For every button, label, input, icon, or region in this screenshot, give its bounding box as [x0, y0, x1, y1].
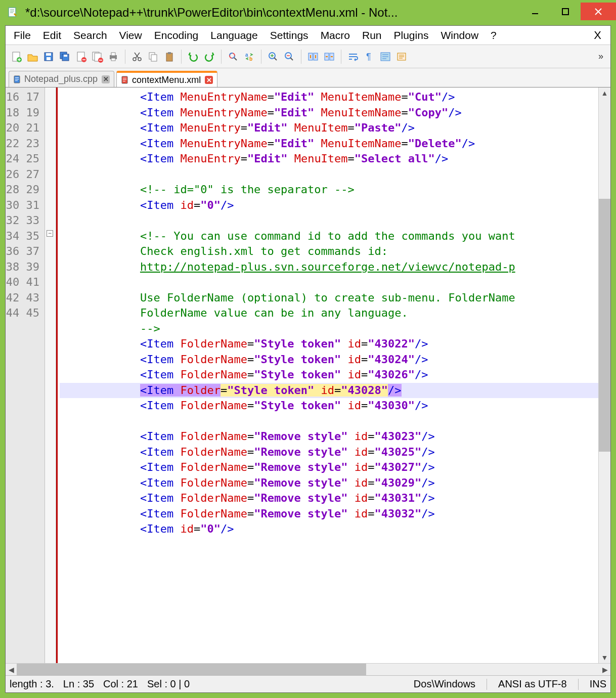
svg-text:¶: ¶ [366, 52, 371, 62]
vertical-scrollbar[interactable]: ▲ ▼ [598, 88, 610, 663]
menu-search[interactable]: Search [67, 27, 113, 43]
file-icon [13, 75, 21, 83]
minimize-button[interactable] [520, 3, 550, 20]
status-eol: Dos\Windows [414, 678, 475, 690]
toolbar-indent-icon[interactable] [394, 49, 409, 64]
tab-notepad_plus-cpp[interactable]: Notepad_plus.cpp✕ [9, 71, 114, 87]
tab-label: Notepad_plus.cpp [24, 74, 98, 84]
svg-rect-45 [123, 78, 126, 78]
toolbar-zoom-in-icon[interactable] [266, 49, 281, 64]
tab-contextmenu-xml[interactable]: contextMenu.xml✕ [116, 71, 217, 87]
toolbar-separator [301, 50, 301, 64]
document-close-button[interactable]: X [587, 27, 608, 44]
status-sel: Sel : 0 | 0 [147, 678, 190, 690]
toolbar-new-icon[interactable] [9, 49, 24, 64]
svg-rect-20 [111, 58, 115, 61]
toolbar-save-icon[interactable] [41, 49, 56, 64]
scroll-down-icon[interactable]: ▼ [599, 652, 610, 663]
svg-rect-42 [15, 79, 19, 79]
toolbar-zoom-out-icon[interactable] [282, 49, 297, 64]
toolbar-separator [261, 50, 261, 64]
code-area[interactable]: <Item MenuEntryName="Edit" MenuItemName=… [58, 88, 598, 663]
svg-rect-2 [562, 9, 568, 15]
window-title: *d:\source\Notepad++\trunk\PowerEditor\b… [20, 6, 520, 20]
line-number-gutter[interactable]: 16 17 18 19 20 21 22 23 24 25 26 27 28 2… [6, 88, 45, 663]
toolbar-separator [341, 50, 341, 64]
svg-rect-43 [15, 80, 18, 81]
menu-view[interactable]: View [113, 27, 148, 43]
fold-collapse-icon[interactable]: − [47, 230, 53, 237]
menu-language[interactable]: Language [204, 27, 263, 43]
toolbar-sync-v-icon[interactable] [305, 49, 321, 64]
toolbar-overflow-icon[interactable]: » [594, 51, 607, 62]
file-icon [121, 76, 129, 84]
svg-rect-9 [47, 57, 51, 60]
svg-rect-12 [64, 55, 67, 57]
toolbar-replace-icon[interactable]: ab [242, 49, 257, 64]
toolbar-paste-icon[interactable] [162, 49, 177, 64]
app-window: *d:\source\Notepad++\trunk\PowerEditor\b… [0, 0, 616, 698]
toolbar-undo-icon[interactable] [186, 49, 201, 64]
toolbar-shownl-icon[interactable]: ¶ [362, 49, 377, 64]
menu-?[interactable]: ? [485, 27, 503, 43]
svg-rect-8 [46, 53, 51, 56]
tabbar: Notepad_plus.cpp✕contextMenu.xml✕ [6, 68, 610, 88]
editor[interactable]: 16 17 18 19 20 21 22 23 24 25 26 27 28 2… [6, 88, 610, 663]
menu-run[interactable]: Run [356, 27, 388, 43]
svg-rect-19 [111, 53, 115, 56]
scroll-right-icon[interactable]: ▶ [599, 666, 610, 674]
toolbar-copy-icon[interactable] [146, 49, 161, 64]
hscroll-track[interactable] [17, 664, 599, 675]
statusbar: length : 3. Ln : 35 Col : 21 Sel : 0 | 0… [6, 675, 610, 692]
toolbar-separator [125, 50, 125, 64]
menu-file[interactable]: File [8, 27, 37, 43]
toolbar-separator [221, 50, 222, 64]
toolbar-close-icon[interactable] [73, 49, 89, 64]
tab-label: contextMenu.xml [132, 75, 201, 85]
menu-plugins[interactable]: Plugins [388, 27, 435, 43]
app-icon [6, 6, 20, 20]
scroll-thumb[interactable] [599, 199, 610, 452]
svg-rect-46 [123, 79, 126, 80]
tab-close-icon[interactable]: ✕ [205, 76, 213, 84]
toolbar-highlight-icon[interactable] [378, 49, 393, 64]
maximize-button[interactable] [550, 3, 581, 20]
toolbar: ab¶» [6, 45, 610, 68]
svg-rect-47 [123, 81, 125, 81]
horizontal-scrollbar[interactable]: ◀ ▶ [6, 663, 610, 675]
toolbar-wordwrap-icon[interactable] [345, 49, 361, 64]
toolbar-saveall-icon[interactable] [57, 49, 72, 64]
menu-macro[interactable]: Macro [315, 27, 356, 43]
svg-rect-0 [9, 8, 16, 17]
scroll-left-icon[interactable]: ◀ [6, 666, 17, 674]
menu-settings[interactable]: Settings [264, 27, 315, 43]
toolbar-separator [181, 50, 182, 64]
toolbar-print-icon[interactable] [106, 49, 121, 64]
toolbar-find-icon[interactable] [226, 49, 241, 64]
toolbar-open-icon[interactable] [25, 49, 40, 64]
status-col: Col : 21 [103, 678, 138, 690]
scroll-up-icon[interactable]: ▲ [599, 88, 610, 99]
close-button[interactable] [581, 3, 616, 20]
tab-close-icon[interactable]: ✕ [102, 75, 110, 83]
menu-window[interactable]: Window [434, 27, 485, 43]
toolbar-sync-h-icon[interactable] [322, 49, 337, 64]
menu-encoding[interactable]: Encoding [148, 27, 205, 43]
toolbar-cut-icon[interactable] [129, 49, 145, 64]
fold-margin[interactable]: − [45, 88, 56, 663]
svg-text:a: a [245, 52, 248, 58]
status-line: Ln : 35 [63, 678, 94, 690]
menu-edit[interactable]: Edit [37, 27, 67, 43]
client-area: FileEditSearchViewEncodingLanguageSettin… [5, 25, 611, 693]
toolbar-closeall-icon[interactable] [90, 49, 105, 64]
svg-rect-24 [151, 55, 157, 61]
menubar: FileEditSearchViewEncodingLanguageSettin… [6, 26, 610, 45]
titlebar: *d:\source\Notepad++\trunk\PowerEditor\b… [0, 0, 616, 25]
status-encoding: ANSI as UTF-8 [498, 678, 567, 690]
status-mode: INS [590, 678, 606, 690]
window-controls [520, 3, 616, 23]
svg-text:b: b [249, 56, 252, 62]
hscroll-thumb[interactable] [17, 664, 366, 675]
svg-rect-41 [15, 77, 19, 78]
toolbar-redo-icon[interactable] [202, 49, 217, 64]
